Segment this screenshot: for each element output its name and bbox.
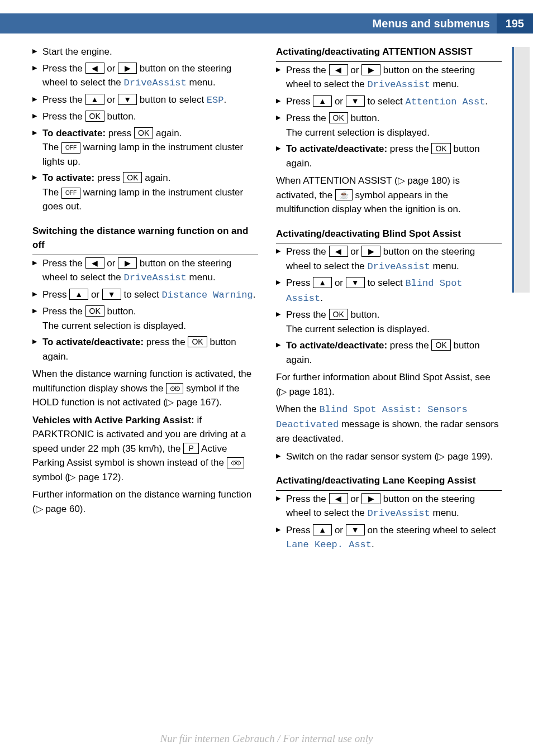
down-arrow-icon: ▼ (346, 277, 365, 288)
distance-heading: Switching the distance warning function … (32, 224, 258, 255)
pageref-triangle-icon: ▷ (68, 472, 75, 482)
pageref-triangle-icon: ▷ (398, 175, 405, 186)
step: Switch on the radar sensor system (▷ pag… (276, 449, 502, 464)
step: Start the engine. (32, 45, 258, 59)
left-arrow-icon: ◀ (85, 257, 104, 269)
lanekeep-term: Lane Keep. Asst (286, 539, 372, 550)
content: Start the engine. Press the ◀ or ▶ butto… (32, 45, 502, 554)
attention-para: When ATTENTION ASSIST (▷ page 180) is ac… (276, 174, 502, 217)
step: Press ▲ or ▼ to select Attention Asst. (276, 94, 502, 109)
header-bar: Menus and submenus 195 (0, 13, 533, 34)
step: Press ▲ or ▼ to select Distance Warning. (32, 288, 258, 303)
ok-button-icon: OK (431, 339, 450, 351)
step: Press ▲ or ▼ on the steering wheel to se… (276, 523, 502, 552)
cup-icon: ☕ (335, 189, 353, 200)
attention-term: Attention Asst (406, 97, 486, 107)
attention-heading: Activating/deactivating ATTENTION ASSIST (276, 45, 502, 62)
step: Press the ◀ or ▶ button on the steering … (32, 61, 258, 90)
step: Press the ▲ or ▼ button to select ESP. (32, 93, 258, 108)
up-arrow-icon: ▲ (313, 95, 332, 107)
pageref-triangle-icon: ▷ (166, 397, 174, 408)
off-lamp-icon: OFF (61, 142, 80, 154)
ok-button-icon: OK (123, 172, 142, 183)
attention-steps: Press the ◀ or ▶ button on the steering … (276, 63, 502, 171)
pageref-triangle-icon: ▷ (279, 386, 287, 397)
off-lamp-icon: OFF (61, 188, 80, 199)
up-arrow-icon: ▲ (313, 524, 332, 535)
up-arrow-icon: ▲ (313, 277, 332, 288)
parking-p-icon: P (183, 443, 199, 454)
right-arrow-icon: ▶ (361, 493, 380, 504)
driveassist-term: DriveAssist (124, 272, 187, 283)
radar-step: Switch on the radar sensor system (▷ pag… (276, 449, 502, 464)
ok-button-icon: OK (329, 309, 348, 320)
down-arrow-icon: ▼ (118, 94, 137, 105)
left-arrow-icon: ◀ (329, 64, 348, 75)
right-column: Activating/deactivating ATTENTION ASSIST… (276, 45, 502, 554)
step: To deactivate: press OK again. The OFF w… (32, 126, 258, 169)
step: Press the ◀ or ▶ button on the steering … (276, 63, 502, 92)
side-tab-label: On-board computer and displays (531, 168, 533, 360)
ok-button-icon: OK (85, 111, 104, 122)
step: To activate/deactivate: press the OK but… (276, 338, 502, 367)
blindspot-steps: Press the ◀ or ▶ button on the steering … (276, 245, 502, 367)
blindspot-heading: Activating/deactivating Blind Spot Assis… (276, 227, 502, 244)
right-arrow-icon: ▶ (361, 246, 380, 257)
side-tab (512, 47, 530, 293)
step: Press the OK button. The current selecti… (276, 308, 502, 336)
up-arrow-icon: ▲ (69, 289, 88, 300)
driveassist-term: DriveAssist (124, 78, 187, 88)
distance-symbol-icon: ⊙!⊙ (227, 457, 244, 468)
up-arrow-icon: ▲ (85, 94, 104, 105)
header-title: Menus and submenus (373, 13, 497, 34)
pageref-triangle-icon: ▷ (36, 504, 43, 514)
ok-button-icon: OK (431, 143, 450, 154)
step: Press the ◀ or ▶ button on the steering … (32, 256, 258, 285)
blindspot-para-1: For further information about Blind Spot… (276, 370, 502, 399)
lanekeep-steps: Press the ◀ or ▶ button on the steering … (276, 492, 502, 552)
lanekeep-heading: Activating/deactivating Lane Keeping Ass… (276, 473, 502, 491)
step: Press the OK button. The current selecti… (276, 111, 502, 140)
step: Press the ◀ or ▶ button on the steering … (276, 245, 502, 274)
step: To activate: press OK again. The OFF war… (32, 171, 258, 214)
driveassist-term: DriveAssist (368, 261, 430, 272)
driveassist-term: DriveAssist (368, 79, 430, 90)
ok-button-icon: OK (134, 127, 153, 138)
left-arrow-icon: ◀ (329, 246, 348, 257)
step: To activate/deactivate: press the OK but… (32, 335, 258, 363)
blindspot-para-2: When the Blind Spot Assist: Sensors Deac… (276, 402, 502, 446)
esp-term: ESP (207, 95, 224, 106)
down-arrow-icon: ▼ (102, 289, 121, 300)
distance-para-1: When the distance warning function is ac… (32, 367, 258, 410)
footer-watermark: Nur für internen Gebrauch / For internal… (0, 733, 533, 745)
left-arrow-icon: ◀ (85, 63, 104, 74)
driveassist-term: DriveAssist (368, 508, 430, 519)
left-column: Start the engine. Press the ◀ or ▶ butto… (32, 45, 258, 554)
step: Press ▲ or ▼ to select Blind Spot Assist… (276, 276, 502, 305)
ok-button-icon: OK (85, 305, 104, 317)
step: Press the OK button. (32, 109, 258, 124)
pageref-triangle-icon: ▷ (437, 451, 445, 462)
distance-steps: Press the ◀ or ▶ button on the steering … (32, 256, 258, 364)
down-arrow-icon: ▼ (346, 95, 365, 107)
distance-symbol-icon: ⊙!⊙ (166, 383, 183, 394)
step: Press the OK button. The current selecti… (32, 304, 258, 333)
right-arrow-icon: ▶ (118, 257, 137, 269)
down-arrow-icon: ▼ (346, 524, 365, 535)
left-arrow-icon: ◀ (329, 493, 348, 504)
right-arrow-icon: ▶ (361, 64, 380, 75)
distance-para-2: Vehicles with Active Parking Assist: if … (32, 413, 258, 485)
ok-button-icon: OK (329, 112, 348, 123)
step: Press the ◀ or ▶ button on the steering … (276, 492, 502, 521)
page-number: 195 (497, 13, 533, 34)
esp-steps: Start the engine. Press the ◀ or ▶ butto… (32, 45, 258, 214)
step: To activate/deactivate: press the OK but… (276, 142, 502, 170)
distance-term: Distance Warning (162, 290, 253, 300)
right-arrow-icon: ▶ (118, 63, 137, 74)
distance-para-3: Further information on the distance warn… (32, 487, 258, 516)
ok-button-icon: OK (188, 336, 207, 347)
